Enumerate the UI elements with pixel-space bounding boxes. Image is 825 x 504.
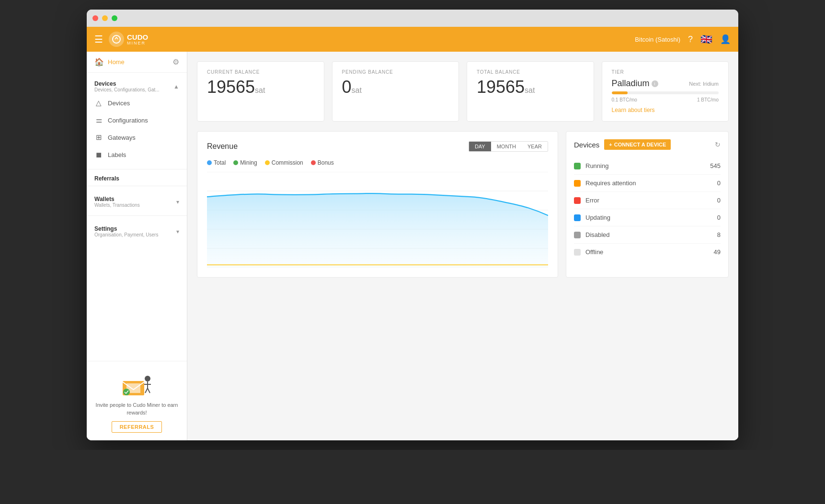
sidebar-item-labels[interactable]: ◼ Labels xyxy=(87,146,187,163)
day-button[interactable]: DAY xyxy=(469,142,491,151)
devices-icon: △ xyxy=(94,99,103,107)
help-icon[interactable]: ? xyxy=(688,34,693,45)
status-left-updating: Updating xyxy=(574,214,610,221)
referrals-button[interactable]: REFERRALS xyxy=(112,421,162,433)
total-legend-dot xyxy=(207,160,212,165)
running-count: 545 xyxy=(710,162,721,169)
status-row-offline: Offline 49 xyxy=(574,244,721,260)
status-row-updating: Updating 0 xyxy=(574,209,721,226)
chart-title: Revenue xyxy=(207,142,238,151)
connect-device-button[interactable]: + CONNECT A DEVICE xyxy=(604,139,671,150)
devices-chevron-icon[interactable]: ▲ xyxy=(173,83,179,90)
balance-row: CURRENT BALANCE 19565sat PENDING BALANCE… xyxy=(197,61,729,122)
logo-text-group: CUDO MINER xyxy=(127,34,148,45)
current-balance-unit: sat xyxy=(255,86,265,94)
legend-mining: Mining xyxy=(233,159,257,166)
legend-commission: Commission xyxy=(265,159,303,166)
settings-icon[interactable]: ⚙ xyxy=(172,57,179,67)
logo-area: CUDO MINER xyxy=(109,32,148,47)
tier-next-label: Next: Iridium xyxy=(689,81,719,87)
language-flag-icon[interactable]: 🇬🇧 xyxy=(700,34,712,45)
labels-label: Labels xyxy=(108,151,126,158)
wallets-chevron-icon[interactable]: ▾ xyxy=(176,199,179,205)
sidebar-home: 🏠 Home ⚙ xyxy=(87,52,187,73)
devices-title-area: Devices + CONNECT A DEVICE xyxy=(574,139,671,150)
devices-group-sub: Devices, Configurations, Gat... xyxy=(94,87,160,92)
devices-label: Devices xyxy=(108,100,130,107)
navbar-left: ☰ CUDO MINER xyxy=(94,32,148,47)
logo-svg xyxy=(112,34,121,44)
close-button[interactable] xyxy=(92,15,98,21)
sidebar: 🏠 Home ⚙ Devices Devices, Configurations… xyxy=(87,52,187,440)
devices-panel-title: Devices xyxy=(574,141,599,149)
gateways-label: Gateways xyxy=(108,134,136,141)
total-balance-card: TOTAL BALANCE 19565sat xyxy=(467,61,594,122)
wallets-group-header[interactable]: Wallets Wallets, Transactions ▾ xyxy=(87,192,187,210)
referral-text: Invite people to Cudo Miner to earn rewa… xyxy=(94,402,179,416)
account-icon[interactable]: 👤 xyxy=(720,34,731,45)
title-bar xyxy=(87,10,738,27)
home-label: Home xyxy=(108,58,125,66)
running-status-name: Running xyxy=(585,162,608,169)
current-balance-label: CURRENT BALANCE xyxy=(207,69,314,75)
refresh-icon[interactable]: ↻ xyxy=(715,141,721,148)
learn-about-tiers-link[interactable]: Learn about tiers xyxy=(612,107,655,113)
running-status-dot xyxy=(574,163,581,169)
gateways-icon: ⊞ xyxy=(94,133,103,142)
home-button[interactable]: 🏠 Home xyxy=(94,57,125,67)
sidebar-divider-2 xyxy=(87,186,187,186)
bonus-legend-dot xyxy=(311,160,316,165)
home-icon: 🏠 xyxy=(94,57,104,67)
devices-group-info: Devices Devices, Configurations, Gat... xyxy=(94,80,160,92)
configurations-label: Configurations xyxy=(108,117,148,124)
devices-group-title: Devices xyxy=(94,80,160,87)
maximize-button[interactable] xyxy=(112,15,117,21)
total-balance-value-group: 19565sat xyxy=(477,78,584,96)
svg-line-7 xyxy=(148,388,150,393)
tier-name: Palladium i xyxy=(612,78,658,89)
referral-svg xyxy=(118,369,156,398)
status-left-offline: Offline xyxy=(574,248,603,256)
minimize-button[interactable] xyxy=(102,15,108,21)
sidebar-referrals[interactable]: Referrals xyxy=(87,171,187,184)
sidebar-item-gateways[interactable]: ⊞ Gateways xyxy=(87,129,187,146)
total-balance-value: 19565 xyxy=(477,77,525,97)
pending-balance-value: 0 xyxy=(342,77,352,97)
offline-status-dot xyxy=(574,249,581,256)
sidebar-settings-group: Settings Organisation, Payment, Users ▾ xyxy=(87,218,187,243)
total-balance-unit: sat xyxy=(525,86,535,94)
current-balance-value-group: 19565sat xyxy=(207,78,314,96)
updating-status-dot xyxy=(574,214,581,221)
tier-range: 0.1 BTC/mo 1 BTC/mo xyxy=(612,97,719,102)
status-left-disabled: Disabled xyxy=(574,231,610,238)
referral-illustration xyxy=(118,369,156,398)
sidebar-item-devices[interactable]: △ Devices xyxy=(87,94,187,112)
settings-group-header[interactable]: Settings Organisation, Payment, Users ▾ xyxy=(87,222,187,239)
mining-legend-label: Mining xyxy=(240,159,257,166)
logo-text: CUDO xyxy=(127,34,148,41)
tier-progress-bar-container xyxy=(612,91,719,94)
year-button[interactable]: YEAR xyxy=(522,142,548,151)
pending-balance-label: PENDING BALANCE xyxy=(342,69,449,75)
wallets-group-info: Wallets Wallets, Transactions xyxy=(94,196,140,208)
svg-point-3 xyxy=(145,376,150,381)
settings-chevron-icon[interactable]: ▾ xyxy=(176,228,179,235)
chart-area: 2500000 sat 2000000 sat 1500000 sat 1000… xyxy=(207,172,548,268)
total-legend-label: Total xyxy=(214,159,226,166)
tier-progress-fill xyxy=(612,91,628,94)
month-button[interactable]: MONTH xyxy=(491,142,522,151)
labels-icon: ◼ xyxy=(94,150,103,159)
menu-icon[interactable]: ☰ xyxy=(94,34,103,45)
tier-next-rate: 1 BTC/mo xyxy=(697,97,719,102)
disabled-status-name: Disabled xyxy=(585,231,610,238)
content-area: 🏠 Home ⚙ Devices Devices, Configurations… xyxy=(87,52,738,440)
sidebar-item-configurations[interactable]: ⚌ Configurations xyxy=(87,112,187,129)
revenue-card: Revenue DAY MONTH YEAR Total xyxy=(197,131,558,278)
sidebar-wallets-group: Wallets Wallets, Transactions ▾ xyxy=(87,188,187,213)
tier-info-icon[interactable]: i xyxy=(652,80,658,87)
logo-circle xyxy=(109,32,124,47)
currency-label: Bitcoin (Satoshi) xyxy=(635,36,680,43)
offline-count: 49 xyxy=(714,248,721,256)
settings-group-info: Settings Organisation, Payment, Users xyxy=(94,225,158,237)
settings-group-sub: Organisation, Payment, Users xyxy=(94,232,158,237)
